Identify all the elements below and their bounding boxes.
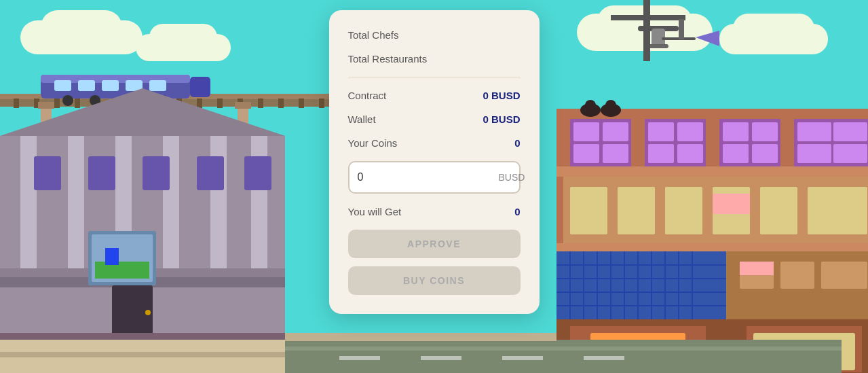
- svg-rect-31: [319, 99, 324, 108]
- svg-rect-73: [0, 352, 326, 357]
- your-coins-value: 0: [514, 137, 520, 149]
- svg-rect-88: [723, 144, 749, 163]
- svg-rect-124: [740, 262, 774, 275]
- svg-rect-84: [677, 144, 703, 163]
- svg-rect-91: [797, 122, 831, 141]
- divider: [348, 77, 521, 77]
- svg-rect-25: [197, 99, 202, 108]
- svg-rect-92: [833, 122, 867, 141]
- svg-rect-136: [679, 19, 684, 39]
- svg-rect-97: [570, 187, 607, 234]
- contract-value: 0 BUSD: [483, 90, 520, 101]
- svg-rect-52: [20, 136, 37, 272]
- you-will-get-label: You will Get: [348, 206, 402, 217]
- svg-rect-105: [556, 251, 726, 319]
- svg-rect-86: [723, 122, 749, 141]
- you-will-get-row: You will Get 0: [348, 206, 521, 217]
- svg-rect-83: [648, 144, 674, 163]
- svg-rect-16: [14, 99, 19, 108]
- svg-rect-98: [618, 187, 655, 234]
- svg-rect-45: [38, 102, 54, 109]
- svg-rect-104: [556, 243, 868, 251]
- svg-rect-26: [217, 99, 223, 108]
- svg-rect-4: [149, 24, 217, 51]
- svg-rect-38: [149, 80, 166, 91]
- svg-rect-30: [299, 99, 304, 108]
- svg-rect-18: [54, 99, 60, 108]
- svg-rect-134: [643, 0, 650, 61]
- svg-rect-142: [584, 356, 624, 360]
- svg-rect-8: [733, 14, 814, 44]
- svg-rect-2: [41, 10, 122, 44]
- svg-rect-135: [611, 15, 685, 20]
- svg-rect-64: [244, 156, 271, 190]
- svg-rect-36: [102, 80, 119, 91]
- svg-rect-34: [54, 80, 71, 91]
- your-coins-row: Your Coins 0: [348, 137, 521, 149]
- svg-rect-89: [752, 144, 778, 163]
- svg-rect-77: [603, 122, 628, 141]
- svg-rect-82: [677, 122, 703, 141]
- svg-rect-78: [573, 144, 599, 163]
- svg-point-131: [585, 100, 596, 111]
- contract-row: Contract 0 BUSD: [348, 90, 521, 101]
- wallet-value: 0 BUSD: [483, 113, 520, 125]
- svg-rect-11: [648, 44, 668, 48]
- svg-rect-140: [421, 356, 461, 360]
- busd-input-row[interactable]: BUSD: [348, 161, 521, 194]
- svg-rect-79: [603, 144, 628, 163]
- approve-button[interactable]: APPROVE: [348, 230, 521, 258]
- svg-rect-81: [648, 122, 674, 141]
- total-chefs-row: Total Chefs: [348, 29, 521, 41]
- svg-rect-94: [833, 144, 867, 163]
- svg-rect-35: [78, 80, 95, 91]
- svg-rect-123: [821, 262, 867, 289]
- svg-rect-62: [143, 156, 170, 190]
- svg-rect-102: [808, 187, 867, 234]
- svg-rect-29: [278, 99, 284, 108]
- total-chefs-label: Total Chefs: [348, 29, 399, 41]
- busd-input[interactable]: [358, 171, 493, 183]
- svg-rect-28: [258, 99, 263, 108]
- svg-rect-138: [285, 347, 842, 351]
- you-will-get-value: 0: [514, 206, 520, 217]
- svg-rect-143: [285, 333, 556, 341]
- modal-panel: Total Chefs Total Restaurants Contract 0…: [329, 10, 540, 314]
- svg-rect-19: [75, 99, 80, 108]
- svg-rect-63: [197, 156, 224, 190]
- svg-rect-61: [88, 156, 115, 190]
- busd-suffix: BUSD: [499, 172, 525, 183]
- contract-label: Contract: [348, 90, 387, 101]
- wallet-label: Wallet: [348, 113, 376, 125]
- svg-rect-76: [573, 122, 599, 141]
- svg-rect-60: [34, 156, 61, 190]
- svg-rect-122: [780, 262, 814, 289]
- total-restaurants-row: Total Restaurants: [348, 53, 521, 65]
- buy-coins-button[interactable]: BUY COINS: [348, 266, 521, 295]
- svg-rect-141: [502, 356, 543, 360]
- svg-rect-49: [235, 102, 251, 109]
- your-coins-label: Your Coins: [348, 137, 398, 149]
- svg-rect-93: [797, 144, 831, 163]
- total-restaurants-label: Total Restaurants: [348, 53, 428, 65]
- svg-rect-39: [190, 77, 210, 97]
- svg-rect-139: [339, 356, 380, 360]
- wallet-row: Wallet 0 BUSD: [348, 113, 521, 125]
- svg-rect-95: [556, 166, 868, 177]
- svg-rect-67: [95, 262, 149, 279]
- svg-rect-68: [105, 248, 119, 265]
- svg-rect-101: [760, 187, 797, 234]
- svg-rect-53: [68, 136, 84, 272]
- svg-rect-99: [665, 187, 702, 234]
- svg-point-133: [605, 100, 616, 111]
- svg-point-40: [62, 95, 73, 106]
- svg-rect-103: [713, 194, 750, 214]
- svg-rect-87: [752, 122, 778, 141]
- svg-point-70: [145, 310, 151, 315]
